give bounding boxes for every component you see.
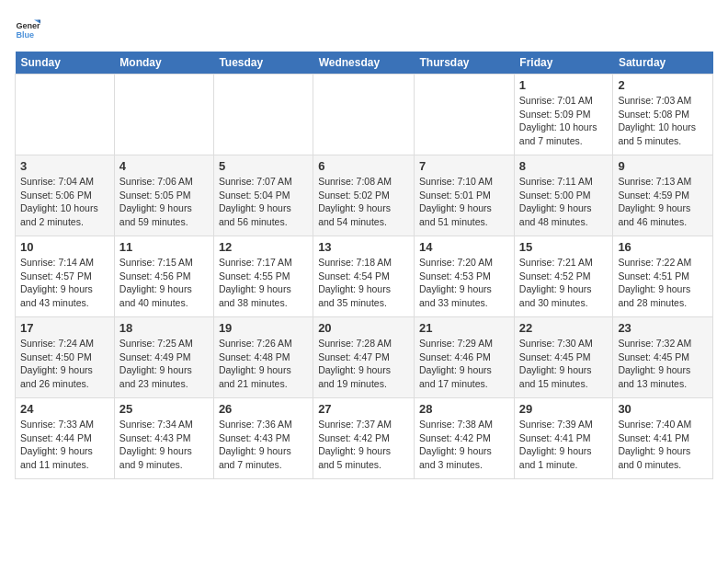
calendar-header-row: SundayMondayTuesdayWednesdayThursdayFrid… xyxy=(16,52,713,75)
day-number: 16 xyxy=(618,240,708,254)
day-info: Sunrise: 7:22 AMSunset: 4:51 PMDaylight:… xyxy=(618,256,708,310)
day-number: 24 xyxy=(20,402,109,416)
page-header: General Blue xyxy=(15,15,713,40)
calendar-day-cell: 6Sunrise: 7:08 AMSunset: 5:02 PMDaylight… xyxy=(313,155,415,236)
calendar-week-row: 10Sunrise: 7:14 AMSunset: 4:57 PMDayligh… xyxy=(16,236,713,317)
day-header-tuesday: Tuesday xyxy=(213,52,313,75)
day-number: 23 xyxy=(618,321,708,335)
day-info: Sunrise: 7:38 AMSunset: 4:42 PMDaylight:… xyxy=(419,418,509,472)
day-number: 5 xyxy=(219,159,308,173)
day-info: Sunrise: 7:14 AMSunset: 4:57 PMDaylight:… xyxy=(20,256,109,310)
day-number: 9 xyxy=(618,159,708,173)
calendar-day-cell: 10Sunrise: 7:14 AMSunset: 4:57 PMDayligh… xyxy=(16,236,115,317)
day-number: 27 xyxy=(318,402,409,416)
day-number: 25 xyxy=(119,402,209,416)
day-number: 30 xyxy=(618,402,708,416)
day-header-saturday: Saturday xyxy=(613,52,713,75)
calendar-day-cell: 2Sunrise: 7:03 AMSunset: 5:08 PMDaylight… xyxy=(613,75,713,155)
calendar-day-cell: 29Sunrise: 7:39 AMSunset: 4:41 PMDayligh… xyxy=(514,398,613,479)
calendar-week-row: 17Sunrise: 7:24 AMSunset: 4:50 PMDayligh… xyxy=(16,317,713,398)
calendar-day-cell: 5Sunrise: 7:07 AMSunset: 5:04 PMDaylight… xyxy=(213,155,313,236)
day-number: 28 xyxy=(419,402,509,416)
day-number: 11 xyxy=(119,240,209,254)
day-number: 22 xyxy=(519,321,609,335)
calendar-day-cell: 17Sunrise: 7:24 AMSunset: 4:50 PMDayligh… xyxy=(16,317,115,398)
day-number: 15 xyxy=(519,240,609,254)
day-number: 26 xyxy=(219,402,308,416)
day-number: 8 xyxy=(519,159,609,173)
calendar-day-cell: 16Sunrise: 7:22 AMSunset: 4:51 PMDayligh… xyxy=(613,236,713,317)
day-info: Sunrise: 7:32 AMSunset: 4:45 PMDaylight:… xyxy=(618,337,708,391)
day-info: Sunrise: 7:28 AMSunset: 4:47 PMDaylight:… xyxy=(318,337,409,391)
day-number: 4 xyxy=(119,159,209,173)
day-number: 18 xyxy=(119,321,209,335)
calendar-day-cell xyxy=(16,75,115,155)
day-header-thursday: Thursday xyxy=(415,52,515,75)
calendar-week-row: 1Sunrise: 7:01 AMSunset: 5:09 PMDaylight… xyxy=(16,75,713,155)
day-info: Sunrise: 7:08 AMSunset: 5:02 PMDaylight:… xyxy=(318,175,409,229)
day-number: 7 xyxy=(419,159,509,173)
day-info: Sunrise: 7:15 AMSunset: 4:56 PMDaylight:… xyxy=(119,256,209,310)
day-info: Sunrise: 7:36 AMSunset: 4:43 PMDaylight:… xyxy=(219,418,308,472)
day-info: Sunrise: 7:20 AMSunset: 4:53 PMDaylight:… xyxy=(419,256,509,310)
day-header-monday: Monday xyxy=(114,52,213,75)
calendar-day-cell: 7Sunrise: 7:10 AMSunset: 5:01 PMDaylight… xyxy=(415,155,515,236)
calendar-day-cell: 22Sunrise: 7:30 AMSunset: 4:45 PMDayligh… xyxy=(514,317,613,398)
calendar-day-cell: 25Sunrise: 7:34 AMSunset: 4:43 PMDayligh… xyxy=(114,398,213,479)
calendar-day-cell: 14Sunrise: 7:20 AMSunset: 4:53 PMDayligh… xyxy=(415,236,515,317)
day-info: Sunrise: 7:06 AMSunset: 5:05 PMDaylight:… xyxy=(119,175,209,229)
calendar-day-cell: 18Sunrise: 7:25 AMSunset: 4:49 PMDayligh… xyxy=(114,317,213,398)
day-number: 6 xyxy=(318,159,409,173)
day-info: Sunrise: 7:03 AMSunset: 5:08 PMDaylight:… xyxy=(618,94,708,148)
calendar-day-cell: 13Sunrise: 7:18 AMSunset: 4:54 PMDayligh… xyxy=(313,236,415,317)
calendar-day-cell: 20Sunrise: 7:28 AMSunset: 4:47 PMDayligh… xyxy=(313,317,415,398)
day-header-friday: Friday xyxy=(514,52,613,75)
logo-icon: General Blue xyxy=(15,15,40,40)
day-number: 14 xyxy=(419,240,509,254)
day-number: 20 xyxy=(318,321,409,335)
logo: General Blue xyxy=(15,15,42,40)
day-info: Sunrise: 7:24 AMSunset: 4:50 PMDaylight:… xyxy=(20,337,109,391)
day-number: 13 xyxy=(318,240,409,254)
day-number: 19 xyxy=(219,321,308,335)
day-number: 21 xyxy=(419,321,509,335)
calendar-day-cell: 11Sunrise: 7:15 AMSunset: 4:56 PMDayligh… xyxy=(114,236,213,317)
calendar-day-cell: 30Sunrise: 7:40 AMSunset: 4:41 PMDayligh… xyxy=(613,398,713,479)
calendar-day-cell: 12Sunrise: 7:17 AMSunset: 4:55 PMDayligh… xyxy=(213,236,313,317)
day-header-sunday: Sunday xyxy=(16,52,115,75)
day-info: Sunrise: 7:10 AMSunset: 5:01 PMDaylight:… xyxy=(419,175,509,229)
day-number: 2 xyxy=(618,78,708,92)
day-info: Sunrise: 7:30 AMSunset: 4:45 PMDaylight:… xyxy=(519,337,609,391)
calendar-day-cell: 8Sunrise: 7:11 AMSunset: 5:00 PMDaylight… xyxy=(514,155,613,236)
calendar-day-cell: 27Sunrise: 7:37 AMSunset: 4:42 PMDayligh… xyxy=(313,398,415,479)
day-number: 29 xyxy=(519,402,609,416)
day-number: 3 xyxy=(20,159,109,173)
day-info: Sunrise: 7:18 AMSunset: 4:54 PMDaylight:… xyxy=(318,256,409,310)
day-info: Sunrise: 7:13 AMSunset: 4:59 PMDaylight:… xyxy=(618,175,708,229)
day-info: Sunrise: 7:01 AMSunset: 5:09 PMDaylight:… xyxy=(519,94,609,148)
calendar-day-cell xyxy=(114,75,213,155)
day-number: 10 xyxy=(20,240,109,254)
calendar-day-cell xyxy=(213,75,313,155)
calendar-day-cell: 28Sunrise: 7:38 AMSunset: 4:42 PMDayligh… xyxy=(415,398,515,479)
calendar-day-cell: 21Sunrise: 7:29 AMSunset: 4:46 PMDayligh… xyxy=(415,317,515,398)
calendar-week-row: 3Sunrise: 7:04 AMSunset: 5:06 PMDaylight… xyxy=(16,155,713,236)
calendar-day-cell: 15Sunrise: 7:21 AMSunset: 4:52 PMDayligh… xyxy=(514,236,613,317)
day-info: Sunrise: 7:04 AMSunset: 5:06 PMDaylight:… xyxy=(20,175,109,229)
day-info: Sunrise: 7:21 AMSunset: 4:52 PMDaylight:… xyxy=(519,256,609,310)
day-info: Sunrise: 7:07 AMSunset: 5:04 PMDaylight:… xyxy=(219,175,308,229)
day-info: Sunrise: 7:25 AMSunset: 4:49 PMDaylight:… xyxy=(119,337,209,391)
day-number: 1 xyxy=(519,78,609,92)
calendar-table: SundayMondayTuesdayWednesdayThursdayFrid… xyxy=(15,52,713,479)
calendar-day-cell: 4Sunrise: 7:06 AMSunset: 5:05 PMDaylight… xyxy=(114,155,213,236)
day-info: Sunrise: 7:40 AMSunset: 4:41 PMDaylight:… xyxy=(618,418,708,472)
day-info: Sunrise: 7:29 AMSunset: 4:46 PMDaylight:… xyxy=(419,337,509,391)
calendar-day-cell: 3Sunrise: 7:04 AMSunset: 5:06 PMDaylight… xyxy=(16,155,115,236)
day-info: Sunrise: 7:34 AMSunset: 4:43 PMDaylight:… xyxy=(119,418,209,472)
calendar-week-row: 24Sunrise: 7:33 AMSunset: 4:44 PMDayligh… xyxy=(16,398,713,479)
calendar-day-cell: 24Sunrise: 7:33 AMSunset: 4:44 PMDayligh… xyxy=(16,398,115,479)
day-number: 12 xyxy=(219,240,308,254)
calendar-day-cell: 9Sunrise: 7:13 AMSunset: 4:59 PMDaylight… xyxy=(613,155,713,236)
day-header-wednesday: Wednesday xyxy=(313,52,415,75)
svg-text:Blue: Blue xyxy=(16,30,34,40)
